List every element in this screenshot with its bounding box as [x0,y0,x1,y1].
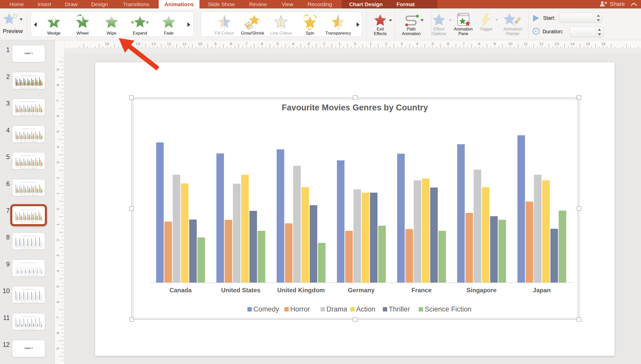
svg-text:13: 13 [555,41,559,46]
svg-text:Favourite Movies Genres by Cou: Favourite Movies Genres by Country [21,235,36,236]
svg-text:1: 1 [56,223,60,225]
svg-text:Favourite Movies Genres by Cou: Favourite Movies Genres by Country [21,209,36,210]
svg-text:1: 1 [338,41,340,46]
svg-text:5: 5 [432,41,434,46]
svg-text:9: 9 [214,41,216,46]
svg-text:5: 5 [56,285,60,287]
svg-text:7: 7 [463,41,465,46]
svg-text:8: 8 [478,41,480,46]
svg-text:2: 2 [323,41,325,46]
svg-text:12: 12 [167,41,171,46]
svg-text:Favourite Movies Genres by Cou: Favourite Movies Genres by Country [21,128,36,129]
svg-text:10: 10 [198,41,202,46]
svg-text:3: 3 [400,41,403,46]
svg-text:8: 8 [230,41,232,46]
svg-text:7: 7 [245,41,247,46]
svg-text:0: 0 [354,41,356,46]
svg-text:Favourite Movies Genres by Cou: Favourite Movies Genres by Country [21,316,36,317]
svg-text:1: 1 [369,41,372,46]
svg-text:11: 11 [183,41,187,46]
svg-text:9: 9 [494,41,496,46]
svg-text:0: 0 [56,208,60,210]
svg-text:9: 9 [56,347,60,349]
svg-text:11: 11 [524,41,528,46]
svg-text:9: 9 [56,68,60,70]
svg-text:8: 8 [56,332,60,334]
svg-text:5: 5 [56,130,60,132]
svg-text:3: 3 [307,41,309,46]
svg-text:4: 4 [416,41,418,46]
svg-text:Favourite Movies Genres by Cou: Favourite Movies Genres by Country [21,289,36,290]
svg-text:4: 4 [56,270,60,272]
svg-text:Favourite Movies Genres by Cou: Favourite Movies Genres by Country [21,101,36,102]
svg-text:16: 16 [105,41,109,46]
svg-text:4: 4 [292,41,294,46]
svg-text:2: 2 [385,41,387,46]
svg-text:2: 2 [56,177,60,179]
svg-text:10: 10 [508,41,513,46]
svg-text:14: 14 [570,41,575,46]
svg-text:1: 1 [56,192,60,194]
svg-text:6: 6 [261,41,263,46]
svg-text:3: 3 [56,254,60,256]
svg-text:3: 3 [56,161,60,163]
svg-text:7: 7 [56,99,60,101]
svg-text:12: 12 [539,41,544,46]
svg-text:5: 5 [276,41,278,46]
svg-text:15: 15 [586,41,590,46]
svg-text:8: 8 [56,84,60,86]
svg-text:2: 2 [56,239,60,241]
svg-text:7: 7 [56,316,60,318]
svg-text:6: 6 [447,41,449,46]
svg-text:Favourite Movies Genres by Cou: Favourite Movies Genres by Country [21,155,36,156]
svg-text:Favourite Movies Genres by Cou: Favourite Movies Genres by Country [21,182,36,183]
svg-text:6: 6 [56,301,60,303]
svg-text:Favourite Movies Genres by Cou: Favourite Movies Genres by Country [21,262,36,263]
svg-text:Favourite Movies Genres by Cou: Favourite Movies Genres by Country [21,75,36,76]
svg-text:6: 6 [56,115,60,117]
svg-text:16: 16 [601,41,606,46]
svg-text:4: 4 [56,146,60,148]
